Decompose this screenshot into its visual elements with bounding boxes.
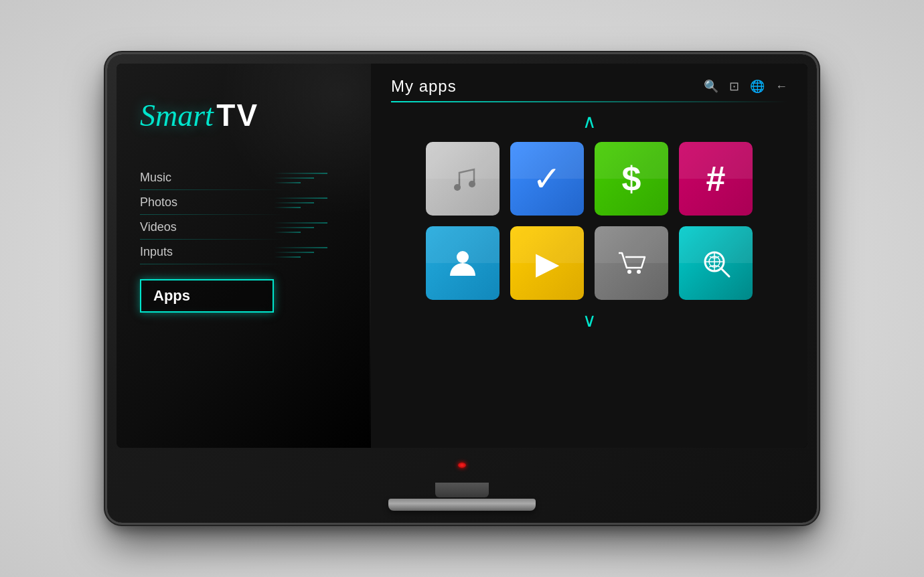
music-note-icon <box>446 162 479 195</box>
nav-menu: Music Photos <box>140 167 348 313</box>
nav-lines-inputs <box>274 247 327 258</box>
tv-bottom-bar <box>117 448 807 483</box>
nav-item-photos[interactable]: Photos <box>140 191 348 214</box>
svg-point-2 <box>457 251 469 263</box>
screen-content: Smart TV Music Photos <box>117 64 807 448</box>
app-tile-hash[interactable]: # <box>679 142 753 216</box>
up-arrow-icon[interactable]: ∧ <box>583 110 597 133</box>
stand-neck <box>435 483 489 497</box>
app-tile-person[interactable] <box>426 226 499 300</box>
apps-active-box: Apps <box>140 279 274 313</box>
svg-point-0 <box>454 184 461 191</box>
nav-lines-videos <box>274 222 327 233</box>
brand-smart-label: Smart <box>140 98 214 133</box>
down-arrow-icon[interactable]: ∨ <box>583 309 597 331</box>
globe-icon[interactable]: 🌐 <box>750 79 765 94</box>
screen-icon[interactable]: ⊡ <box>729 79 739 94</box>
right-panel: My apps 🔍 ⊡ 🌐 ← ∧ <box>371 64 807 448</box>
nav-item-music[interactable]: Music <box>140 167 348 189</box>
hash-icon: # <box>706 161 726 196</box>
scroll-down[interactable]: ∨ <box>391 309 787 331</box>
stand-base <box>388 499 536 511</box>
nav-lines-music <box>274 173 327 183</box>
tv-frame: Smart TV Music Photos <box>107 54 817 523</box>
power-indicator <box>458 463 466 468</box>
svg-line-6 <box>721 268 729 276</box>
header-icons: 🔍 ⊡ 🌐 ← <box>704 79 787 94</box>
tv-screen: Smart TV Music Photos <box>117 64 807 448</box>
nav-item-inputs[interactable]: Inputs <box>140 241 348 263</box>
app-tile-dollar[interactable]: $ <box>595 142 668 216</box>
nav-item-videos[interactable]: Videos <box>140 216 348 238</box>
play-icon: ▶ <box>536 248 559 278</box>
app-tile-web-search[interactable] <box>679 226 753 300</box>
app-tile-music[interactable] <box>426 142 499 216</box>
web-search-icon <box>698 245 735 282</box>
svg-point-3 <box>627 270 631 274</box>
apps-panel-title: My apps <box>391 77 457 96</box>
apps-grid: ✓ $ # ▶ <box>391 142 787 300</box>
search-icon[interactable]: 🔍 <box>704 79 718 94</box>
app-tile-play[interactable]: ▶ <box>510 226 584 300</box>
app-tile-check[interactable]: ✓ <box>510 142 584 216</box>
svg-point-1 <box>469 181 475 187</box>
nav-item-apps-active[interactable]: Apps <box>140 279 348 313</box>
nav-lines-photos <box>274 197 327 208</box>
check-icon: ✓ <box>532 161 562 196</box>
dollar-icon: $ <box>622 161 641 196</box>
brand-tv-label: TV <box>216 98 258 133</box>
tv-stand <box>388 483 536 523</box>
apps-header: My apps 🔍 ⊡ 🌐 ← <box>391 77 787 96</box>
cart-icon <box>613 245 650 282</box>
left-panel: Smart TV Music Photos <box>117 64 371 448</box>
back-icon[interactable]: ← <box>775 80 787 94</box>
app-tile-cart[interactable] <box>595 226 668 300</box>
svg-point-4 <box>637 270 641 274</box>
scroll-up[interactable]: ∧ <box>391 110 787 133</box>
brand-area: Smart TV <box>140 97 348 133</box>
title-underline <box>391 101 787 102</box>
person-icon <box>445 245 481 282</box>
